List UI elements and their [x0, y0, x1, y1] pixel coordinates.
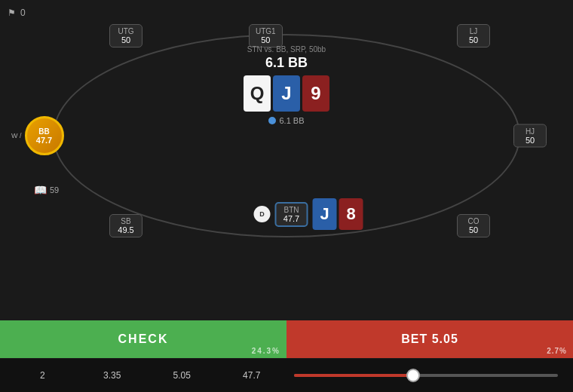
sb-name: SB [116, 217, 136, 225]
utg1-stack: 50 [256, 35, 276, 44]
co-name: CO [464, 217, 483, 225]
player-hj: HJ 50 [513, 124, 547, 148]
slider-track-area[interactable] [286, 374, 565, 377]
player-co: CO 50 [457, 214, 490, 237]
bet-button[interactable]: BET 5.05 2.7% [286, 320, 573, 358]
btn-name: BTN [283, 206, 301, 214]
table-oval: UTG 50 UTG1 50 LJ 50 HJ 50 [30, 23, 543, 249]
btn-box: BTN 47.7 [275, 202, 308, 227]
top-count: 0 [20, 8, 26, 18]
top-bar: ⚑ 0 [8, 8, 26, 18]
slider-val-2: 3.35 [97, 370, 127, 381]
center-info: STN vs. BB, SRP, 50bb 6.1 BB Q J 9 6.1 B… [244, 45, 329, 125]
flag-icon: ⚑ [8, 8, 16, 18]
btn-stack: 47.7 [283, 214, 301, 223]
chip-dot [268, 117, 276, 124]
hj-stack: 50 [520, 136, 540, 145]
slider-thumb[interactable] [406, 369, 420, 382]
slider-values: 2 3.35 5.05 47.7 [8, 370, 286, 381]
table-area: UTG 50 UTG1 50 LJ 50 HJ 50 [23, 23, 550, 305]
slider-fill [294, 374, 413, 377]
hj-name: HJ [520, 127, 540, 136]
bb-label: W / [11, 132, 22, 139]
utg1-name: UTG1 [256, 27, 276, 35]
player-lj: LJ 50 [457, 24, 490, 47]
sb-stack: 49.5 [116, 225, 136, 234]
bet-pct: 2.7% [547, 347, 567, 355]
book-count: 59 [50, 185, 59, 194]
bb-chip-name: BB [38, 127, 49, 136]
card-q: Q [244, 75, 271, 112]
scenario-label: STN vs. BB, SRP, 50bb [244, 45, 329, 54]
community-cards: Q J 9 [244, 75, 329, 112]
lj-stack: 50 [464, 35, 483, 44]
card-j: J [273, 75, 300, 112]
lj-name: LJ [464, 27, 483, 35]
hole-card-8: 8 [339, 198, 363, 230]
book-area[interactable]: 📖 59 [34, 184, 59, 196]
hole-cards: J 8 [313, 198, 363, 230]
pot-amount: 6.1 BB [244, 55, 329, 71]
pot-chip-value: 6.1 BB [279, 116, 304, 125]
player-sb: SB 49.5 [109, 214, 142, 237]
slider-val-3: 5.05 [167, 370, 197, 381]
book-icon: 📖 [34, 184, 47, 196]
slider-val-1: 2 [27, 370, 57, 381]
bb-chip-stack: 47.7 [36, 136, 52, 145]
check-button[interactable]: CHECK 24.3% [0, 320, 286, 358]
card-9: 9 [302, 75, 329, 112]
bb-chip: BB 47.7 [25, 116, 64, 155]
player-utg1: UTG1 50 [249, 24, 283, 47]
action-bar: CHECK 24.3% BET 5.05 2.7% [0, 320, 573, 358]
slider-track [294, 374, 558, 377]
hole-card-j: J [313, 198, 337, 230]
utg-stack: 50 [116, 35, 136, 44]
btn-area: D BTN 47.7 J 8 [254, 198, 363, 230]
check-pct: 24.3% [252, 347, 280, 355]
utg-name: UTG [116, 27, 136, 35]
pot-chip-area: 6.1 BB [244, 116, 329, 125]
slider-val-4: 47.7 [237, 370, 267, 381]
player-utg: UTG 50 [109, 24, 142, 47]
slider-bar: 2 3.35 5.05 47.7 [0, 359, 573, 392]
co-stack: 50 [464, 225, 483, 234]
player-bb: W / BB 47.7 [11, 116, 64, 155]
dealer-btn: D [254, 206, 271, 222]
